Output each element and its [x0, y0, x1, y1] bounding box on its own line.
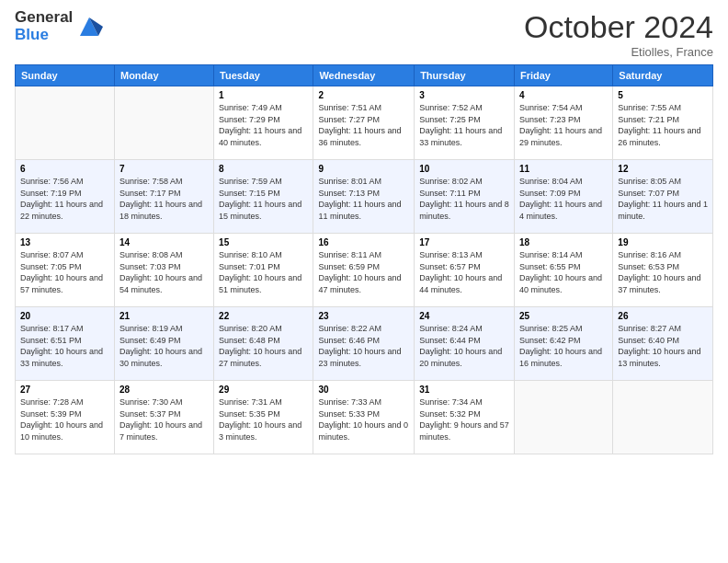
day-number: 7 [119, 164, 209, 174]
day-info: Sunrise: 7:55 AMSunset: 7:21 PMDaylight:… [618, 102, 708, 148]
day-info: Sunrise: 7:30 AMSunset: 5:37 PMDaylight:… [119, 396, 209, 442]
calendar-cell: 28Sunrise: 7:30 AMSunset: 5:37 PMDayligh… [114, 381, 213, 454]
logo-general: General [15, 9, 73, 27]
calendar-cell: 13Sunrise: 8:07 AMSunset: 7:05 PMDayligh… [16, 234, 115, 307]
day-number: 4 [519, 90, 608, 100]
calendar-cell: 18Sunrise: 8:14 AMSunset: 6:55 PMDayligh… [514, 234, 612, 307]
day-info: Sunrise: 8:22 AMSunset: 6:46 PMDaylight:… [318, 323, 409, 369]
day-info: Sunrise: 7:54 AMSunset: 7:23 PMDaylight:… [519, 102, 608, 148]
day-number: 21 [119, 311, 209, 321]
day-number: 14 [119, 237, 209, 247]
day-info: Sunrise: 7:52 AMSunset: 7:25 PMDaylight:… [419, 102, 509, 148]
day-number: 28 [119, 385, 209, 395]
day-info: Sunrise: 8:20 AMSunset: 6:48 PMDaylight:… [219, 323, 308, 369]
day-number: 19 [618, 237, 708, 247]
day-info: Sunrise: 8:10 AMSunset: 7:01 PMDaylight:… [219, 249, 308, 295]
calendar-cell: 10Sunrise: 8:02 AMSunset: 7:11 PMDayligh… [415, 160, 515, 234]
title-area: October 2024 Etiolles, France [524, 9, 713, 59]
weekday-header-friday: Friday [514, 65, 612, 86]
day-number: 15 [219, 237, 308, 247]
day-info: Sunrise: 8:16 AMSunset: 6:53 PMDaylight:… [618, 249, 708, 295]
day-number: 2 [318, 90, 409, 100]
day-number: 26 [618, 311, 708, 321]
calendar: SundayMondayTuesdayWednesdayThursdayFrid… [15, 64, 713, 454]
page: General Blue October 2024 Etiolles, Fran… [0, 0, 728, 563]
calendar-cell: 31Sunrise: 7:34 AMSunset: 5:32 PMDayligh… [415, 381, 515, 454]
calendar-cell: 24Sunrise: 8:24 AMSunset: 6:44 PMDayligh… [415, 307, 515, 381]
day-number: 18 [519, 237, 608, 247]
day-info: Sunrise: 7:59 AMSunset: 7:15 PMDaylight:… [219, 176, 308, 222]
day-number: 27 [20, 385, 109, 395]
day-info: Sunrise: 8:01 AMSunset: 7:13 PMDaylight:… [318, 176, 409, 222]
day-info: Sunrise: 7:58 AMSunset: 7:17 PMDaylight:… [119, 176, 209, 222]
header: General Blue October 2024 Etiolles, Fran… [15, 9, 713, 59]
day-info: Sunrise: 8:27 AMSunset: 6:40 PMDaylight:… [618, 323, 708, 369]
day-number: 5 [618, 90, 708, 100]
day-info: Sunrise: 7:49 AMSunset: 7:29 PMDaylight:… [219, 102, 308, 148]
calendar-cell: 2Sunrise: 7:51 AMSunset: 7:27 PMDaylight… [313, 86, 415, 160]
day-number: 1 [219, 90, 308, 100]
day-number: 13 [20, 237, 109, 247]
calendar-cell: 15Sunrise: 8:10 AMSunset: 7:01 PMDayligh… [214, 234, 313, 307]
day-info: Sunrise: 8:05 AMSunset: 7:07 PMDaylight:… [618, 176, 708, 222]
day-number: 12 [618, 164, 708, 174]
day-number: 11 [519, 164, 608, 174]
day-number: 3 [419, 90, 509, 100]
calendar-cell: 1Sunrise: 7:49 AMSunset: 7:29 PMDaylight… [214, 86, 313, 160]
calendar-cell: 17Sunrise: 8:13 AMSunset: 6:57 PMDayligh… [415, 234, 515, 307]
day-info: Sunrise: 7:51 AMSunset: 7:27 PMDaylight:… [318, 102, 409, 148]
logo-icon [75, 13, 103, 40]
calendar-cell: 8Sunrise: 7:59 AMSunset: 7:15 PMDaylight… [214, 160, 313, 234]
location: Etiolles, France [524, 45, 713, 59]
calendar-cell [114, 86, 213, 160]
day-info: Sunrise: 8:17 AMSunset: 6:51 PMDaylight:… [20, 323, 109, 369]
weekday-header-tuesday: Tuesday [214, 65, 313, 86]
calendar-cell: 30Sunrise: 7:33 AMSunset: 5:33 PMDayligh… [313, 381, 415, 454]
day-info: Sunrise: 7:56 AMSunset: 7:19 PMDaylight:… [20, 176, 109, 222]
weekday-header-monday: Monday [114, 65, 213, 86]
day-number: 16 [318, 237, 409, 247]
logo-blue: Blue [15, 27, 73, 44]
day-number: 24 [419, 311, 509, 321]
day-info: Sunrise: 8:25 AMSunset: 6:42 PMDaylight:… [519, 323, 608, 369]
calendar-cell: 4Sunrise: 7:54 AMSunset: 7:23 PMDaylight… [514, 86, 612, 160]
month-title: October 2024 [524, 9, 713, 45]
calendar-cell: 7Sunrise: 7:58 AMSunset: 7:17 PMDaylight… [114, 160, 213, 234]
calendar-cell: 3Sunrise: 7:52 AMSunset: 7:25 PMDaylight… [415, 86, 515, 160]
calendar-cell: 29Sunrise: 7:31 AMSunset: 5:35 PMDayligh… [214, 381, 313, 454]
calendar-cell: 21Sunrise: 8:19 AMSunset: 6:49 PMDayligh… [114, 307, 213, 381]
calendar-cell: 5Sunrise: 7:55 AMSunset: 7:21 PMDaylight… [613, 86, 713, 160]
calendar-cell: 19Sunrise: 8:16 AMSunset: 6:53 PMDayligh… [613, 234, 713, 307]
calendar-cell [16, 86, 115, 160]
day-number: 10 [419, 164, 509, 174]
day-info: Sunrise: 8:08 AMSunset: 7:03 PMDaylight:… [119, 249, 209, 295]
calendar-cell: 16Sunrise: 8:11 AMSunset: 6:59 PMDayligh… [313, 234, 415, 307]
calendar-cell: 25Sunrise: 8:25 AMSunset: 6:42 PMDayligh… [514, 307, 612, 381]
calendar-cell: 23Sunrise: 8:22 AMSunset: 6:46 PMDayligh… [313, 307, 415, 381]
day-number: 31 [419, 385, 509, 395]
logo: General Blue [15, 9, 103, 43]
day-number: 29 [219, 385, 308, 395]
weekday-header-wednesday: Wednesday [313, 65, 415, 86]
day-info: Sunrise: 8:07 AMSunset: 7:05 PMDaylight:… [20, 249, 109, 295]
day-info: Sunrise: 8:24 AMSunset: 6:44 PMDaylight:… [419, 323, 509, 369]
calendar-cell: 27Sunrise: 7:28 AMSunset: 5:39 PMDayligh… [16, 381, 115, 454]
day-number: 25 [519, 311, 608, 321]
day-info: Sunrise: 7:34 AMSunset: 5:32 PMDaylight:… [419, 396, 509, 442]
calendar-cell [514, 381, 612, 454]
day-info: Sunrise: 7:28 AMSunset: 5:39 PMDaylight:… [20, 396, 109, 442]
day-number: 22 [219, 311, 308, 321]
day-info: Sunrise: 8:14 AMSunset: 6:55 PMDaylight:… [519, 249, 608, 295]
calendar-cell: 9Sunrise: 8:01 AMSunset: 7:13 PMDaylight… [313, 160, 415, 234]
calendar-cell [613, 381, 713, 454]
day-info: Sunrise: 8:02 AMSunset: 7:11 PMDaylight:… [419, 176, 509, 222]
calendar-cell: 20Sunrise: 8:17 AMSunset: 6:51 PMDayligh… [16, 307, 115, 381]
calendar-cell: 12Sunrise: 8:05 AMSunset: 7:07 PMDayligh… [613, 160, 713, 234]
day-info: Sunrise: 8:04 AMSunset: 7:09 PMDaylight:… [519, 176, 608, 222]
day-number: 23 [318, 311, 409, 321]
day-number: 8 [219, 164, 308, 174]
weekday-header-sunday: Sunday [16, 65, 115, 86]
day-info: Sunrise: 8:11 AMSunset: 6:59 PMDaylight:… [318, 249, 409, 295]
weekday-header-saturday: Saturday [613, 65, 713, 86]
calendar-cell: 6Sunrise: 7:56 AMSunset: 7:19 PMDaylight… [16, 160, 115, 234]
